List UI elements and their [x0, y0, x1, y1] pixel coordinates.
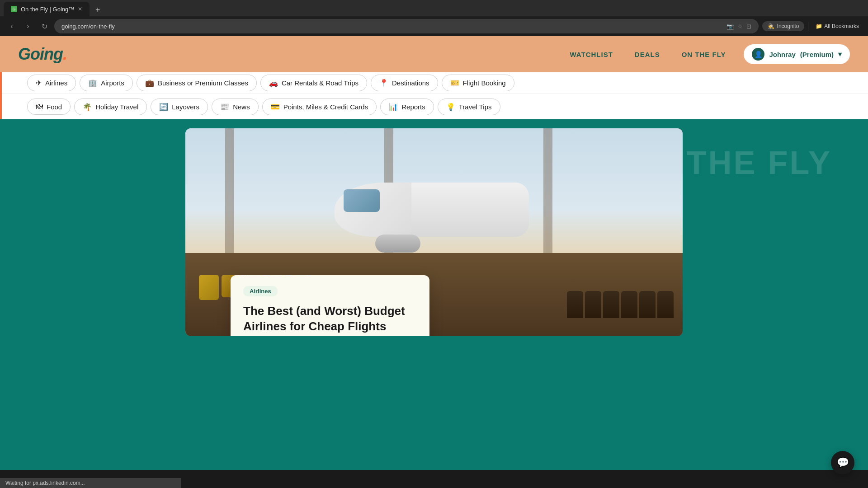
- incognito-button[interactable]: 🕵 Incognito: [762, 21, 805, 31]
- seat-4: [621, 291, 637, 318]
- bookmark-icon[interactable]: ☆: [737, 23, 743, 30]
- airports-icon: 🏢: [88, 79, 97, 87]
- status-bar: Waiting for px.ads.linkedin.com...: [0, 478, 181, 488]
- layovers-icon: 🔄: [159, 103, 168, 111]
- cat-airlines[interactable]: ✈ Airlines: [27, 75, 76, 91]
- nav-deals[interactable]: DEALS: [635, 51, 660, 58]
- cat-reports-label: Reports: [401, 103, 425, 111]
- cat-travel-tips[interactable]: 💡 Travel Tips: [438, 99, 500, 115]
- user-avatar: 👤: [752, 48, 764, 61]
- all-bookmarks-link[interactable]: 📁 All Bookmarks: [812, 21, 863, 31]
- address-bar-row: ‹ › ↻ going.com/on-the-fly 📷 ☆ ⊡ 🕵 Incog…: [0, 16, 868, 36]
- device-icon: ⊡: [746, 23, 751, 30]
- forward-button[interactable]: ›: [22, 20, 34, 33]
- hero-image: Airlines The Best (and Worst) Budget Air…: [185, 128, 683, 336]
- website-content: Going. WATCHLIST DEALS ON THE FLY 👤 John…: [0, 36, 868, 470]
- seat-6: [657, 291, 674, 318]
- cat-reports[interactable]: 📊 Reports: [380, 99, 434, 115]
- flight-booking-icon: 🎫: [450, 79, 459, 87]
- article-card[interactable]: Airlines The Best (and Worst) Budget Air…: [231, 275, 429, 336]
- cat-points-miles-label: Points, Miles & Credit Cards: [283, 103, 368, 111]
- food-icon: 🍽: [36, 103, 43, 111]
- bookmarks-divider: [808, 22, 808, 31]
- nav-on-the-fly[interactable]: ON THE FLY: [682, 51, 726, 58]
- tab-close-button[interactable]: ✕: [78, 6, 82, 12]
- holiday-travel-icon: 🌴: [83, 103, 92, 111]
- cat-food[interactable]: 🍽 Food: [27, 99, 71, 115]
- camera-off-icon: 📷: [726, 23, 734, 30]
- cat-flight-booking[interactable]: 🎫 Flight Booking: [442, 75, 514, 91]
- main-content: ON THE FLY: [0, 119, 868, 470]
- tab-bar: G On the Fly | Going™ ✕ +: [0, 0, 868, 16]
- cat-business-class[interactable]: 💼 Business or Premium Classes: [137, 75, 257, 91]
- airlines-icon: ✈: [36, 79, 42, 87]
- luggage-1: [199, 275, 219, 300]
- points-miles-icon: 💳: [271, 103, 280, 111]
- nav-watchlist[interactable]: WATCHLIST: [570, 51, 613, 58]
- cat-travel-tips-label: Travel Tips: [459, 103, 492, 111]
- seat-1: [567, 291, 583, 318]
- chevron-down-icon: ▾: [838, 50, 842, 58]
- cat-layovers-label: Layovers: [172, 103, 199, 111]
- site-header: Going. WATCHLIST DEALS ON THE FLY 👤 John…: [0, 36, 868, 72]
- article-title: The Best (and Worst) Budget Airlines for…: [243, 304, 417, 334]
- car-rentals-icon: 🚗: [269, 79, 278, 87]
- user-plan: (Premium): [800, 51, 834, 58]
- travel-tips-icon: 💡: [446, 103, 455, 111]
- seat-5: [639, 291, 656, 318]
- new-tab-button[interactable]: +: [91, 4, 104, 16]
- cat-food-label: Food: [47, 103, 62, 111]
- destinations-icon: 📍: [379, 79, 388, 87]
- address-text: going.com/on-the-fly: [61, 23, 115, 30]
- category-bar-top: ✈ Airlines 🏢 Airports 💼 Business or Prem…: [0, 72, 868, 94]
- user-name: Johnray: [769, 51, 795, 58]
- cat-destinations[interactable]: 📍 Destinations: [371, 75, 438, 91]
- browser-chrome: G On the Fly | Going™ ✕ + ‹ › ↻ going.co…: [0, 0, 868, 36]
- site-logo[interactable]: Going.: [18, 45, 67, 64]
- airplane-engine: [375, 235, 420, 253]
- category-bar: 🍽 Food 🌴 Holiday Travel 🔄 Layovers 📰 New…: [0, 94, 868, 119]
- airplane-body-main: [411, 183, 529, 237]
- browser-extra-icons: 🕵 Incognito 📁 All Bookmarks: [762, 21, 863, 31]
- reports-icon: 📊: [389, 103, 398, 111]
- user-menu-button[interactable]: 👤 Johnray (Premium) ▾: [744, 44, 850, 64]
- seat-2: [585, 291, 601, 318]
- tab-favicon: G: [11, 6, 17, 12]
- business-class-icon: 💼: [145, 79, 154, 87]
- news-icon: 📰: [220, 103, 229, 111]
- chat-button[interactable]: 💬: [831, 451, 854, 474]
- back-button[interactable]: ‹: [5, 20, 18, 33]
- cat-points-miles[interactable]: 💳 Points, Miles & Credit Cards: [262, 99, 377, 115]
- active-tab[interactable]: G On the Fly | Going™ ✕: [4, 2, 90, 16]
- cat-layovers[interactable]: 🔄 Layovers: [151, 99, 208, 115]
- incognito-label: Incognito: [777, 23, 799, 29]
- address-bar-icons: 📷 ☆ ⊡: [726, 23, 751, 30]
- cat-car-rentals[interactable]: 🚗 Car Rentals & Road Trips: [260, 75, 367, 91]
- bookmark-folder-icon: 📁: [816, 23, 822, 29]
- tab-title: On the Fly | Going™: [21, 6, 74, 13]
- airport-seats: [567, 291, 674, 318]
- seat-3: [603, 291, 619, 318]
- refresh-button[interactable]: ↻: [38, 20, 51, 33]
- main-nav: WATCHLIST DEALS ON THE FLY: [570, 51, 726, 58]
- cat-airports[interactable]: 🏢 Airports: [80, 75, 133, 91]
- chat-icon: 💬: [837, 457, 849, 469]
- address-bar[interactable]: going.com/on-the-fly 📷 ☆ ⊡: [54, 19, 759, 33]
- status-text: Waiting for px.ads.linkedin.com...: [5, 480, 85, 486]
- side-accent: [0, 72, 2, 127]
- logo-text: Going.: [18, 45, 67, 64]
- cat-news[interactable]: 📰 News: [212, 99, 259, 115]
- cat-holiday-travel[interactable]: 🌴 Holiday Travel: [74, 99, 147, 115]
- incognito-icon: 🕵: [768, 23, 774, 29]
- airplane: [339, 164, 529, 255]
- cat-holiday-travel-label: Holiday Travel: [95, 103, 138, 111]
- article-tag: Airlines: [243, 286, 278, 296]
- cat-news-label: News: [233, 103, 250, 111]
